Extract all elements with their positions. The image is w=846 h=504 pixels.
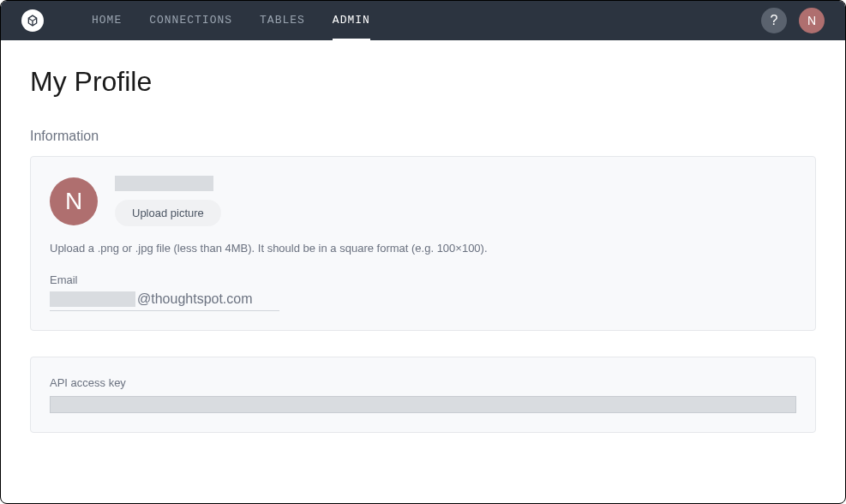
information-section-label: Information [30, 129, 816, 144]
nav-tables[interactable]: TABLES [246, 1, 319, 40]
nav-home[interactable]: HOME [78, 1, 135, 40]
api-key-label: API access key [50, 376, 796, 389]
user-avatar-small[interactable]: N [799, 8, 825, 33]
logo-icon [26, 14, 39, 27]
page-title: My Profile [30, 66, 816, 98]
app-logo[interactable] [21, 9, 44, 32]
email-domain-text: @thoughtspot.com [137, 291, 253, 307]
help-button[interactable]: ? [761, 8, 787, 33]
api-panel: API access key [30, 357, 816, 433]
nav-connections[interactable]: CONNECTIONS [135, 1, 246, 40]
main-nav: HOME CONNECTIONS TABLES ADMIN [78, 1, 384, 40]
api-key-field[interactable] [50, 396, 796, 413]
upload-picture-button[interactable]: Upload picture [115, 200, 221, 226]
topbar: HOME CONNECTIONS TABLES ADMIN ? N [1, 1, 845, 40]
information-panel: N Upload picture Upload a .png or .jpg f… [30, 156, 816, 331]
email-label: Email [50, 273, 796, 286]
email-username-input[interactable] [50, 291, 135, 307]
nav-admin[interactable]: ADMIN [319, 1, 384, 40]
email-field[interactable]: @thoughtspot.com [50, 291, 279, 311]
name-field[interactable] [115, 176, 213, 191]
user-avatar-large: N [50, 177, 98, 225]
upload-hint-text: Upload a .png or .jpg file (less than 4M… [50, 242, 796, 255]
